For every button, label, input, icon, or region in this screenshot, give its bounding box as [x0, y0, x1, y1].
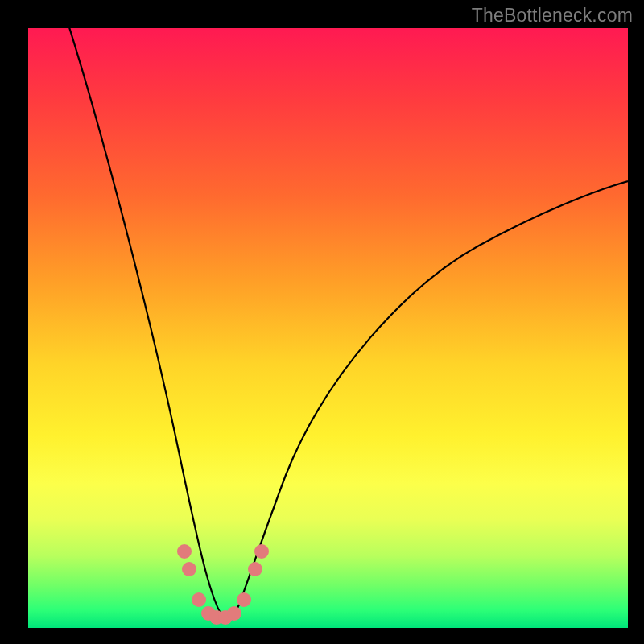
chart-stage: TheBottleneck.com [0, 0, 644, 644]
watermark-text: TheBottleneck.com [472, 5, 633, 27]
plot-gradient-background [28, 28, 628, 628]
